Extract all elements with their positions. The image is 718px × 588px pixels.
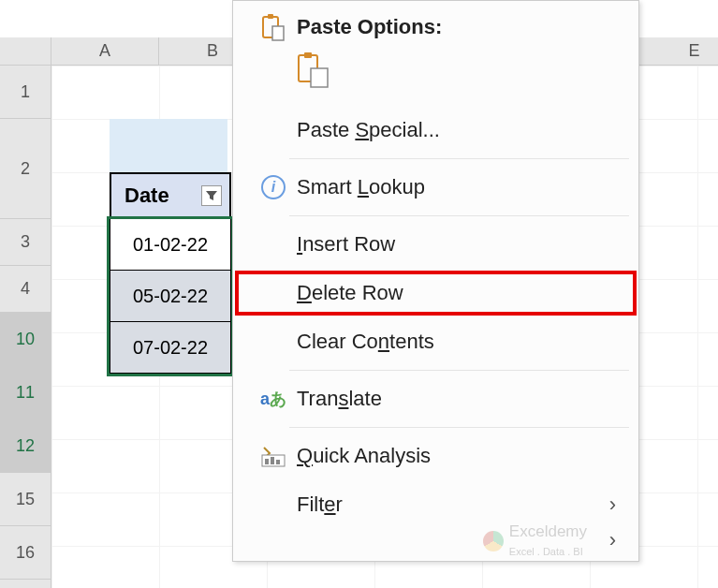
menu-label: Paste Special... — [297, 118, 440, 142]
menu-smart-lookup[interactable]: Smart Lookup — [233, 163, 638, 212]
col-header-a[interactable]: A — [51, 37, 159, 66]
data-table: Date 01-02-22 05-02-22 07-02-22 — [110, 172, 231, 374]
quick-analysis-icon — [250, 444, 297, 468]
translate-icon: aあ — [250, 392, 297, 405]
table-row[interactable]: 05-02-22 — [110, 271, 231, 322]
svg-rect-4 — [304, 52, 312, 58]
menu-delete-row[interactable]: Delete Row — [233, 269, 638, 317]
svg-rect-1 — [268, 14, 273, 19]
row-header-12[interactable]: 12 — [0, 419, 51, 473]
row-header-4[interactable]: 4 — [0, 266, 51, 313]
row-header-2[interactable]: 2 — [0, 119, 51, 219]
row-header-10[interactable]: 10 — [0, 313, 51, 366]
menu-clear-contents[interactable]: Clear Contents — [233, 317, 638, 366]
menu-separator — [289, 370, 629, 371]
paste-option-button[interactable] — [233, 46, 638, 106]
svg-rect-5 — [311, 68, 328, 87]
row-header-1[interactable]: 1 — [0, 66, 51, 119]
clipboard-icon — [250, 13, 297, 41]
menu-label: Clear Contents — [297, 330, 434, 354]
menu-quick-analysis[interactable]: Quick Analysis — [233, 432, 638, 480]
chevron-right-icon: › — [609, 492, 616, 517]
menu-paste-special[interactable]: Paste Special... — [233, 106, 638, 154]
menu-insert-row[interactable]: Insert Row — [233, 220, 638, 269]
context-menu: Paste Options: Paste Special... Smart Lo… — [232, 0, 639, 562]
menu-label: Filter — [297, 492, 343, 517]
smart-lookup-icon — [250, 175, 297, 199]
menu-label: Translate — [297, 387, 382, 411]
table-header-date[interactable]: Date — [110, 172, 231, 219]
select-all-corner[interactable] — [0, 37, 51, 66]
paste-options-header: Paste Options: — [233, 8, 638, 46]
filter-dropdown-icon[interactable] — [201, 185, 222, 206]
menu-translate[interactable]: aあ Translate — [233, 375, 638, 423]
row-header-next[interactable] — [0, 580, 51, 588]
menu-label: Insert Row — [297, 232, 395, 257]
svg-rect-2 — [272, 26, 284, 40]
menu-separator — [289, 158, 629, 159]
col-header-e[interactable]: E — [638, 37, 718, 66]
watermark-line2: Excel . Data . BI — [509, 546, 583, 557]
svg-rect-9 — [276, 460, 280, 464]
row-header-column: 1 2 3 4 10 11 12 15 16 — [0, 66, 51, 588]
menu-separator — [289, 215, 629, 216]
menu-label: Smart Lookup — [297, 175, 425, 199]
row-header-15[interactable]: 15 — [0, 473, 51, 526]
svg-rect-7 — [265, 459, 269, 464]
watermark-logo-icon — [483, 531, 504, 551]
row-header-3[interactable]: 3 — [0, 219, 51, 266]
table-header-label: Date — [125, 184, 169, 208]
table-row[interactable]: 01-02-22 — [110, 219, 231, 271]
svg-rect-8 — [271, 457, 274, 464]
watermark-line1: Exceldemy — [509, 522, 587, 540]
paste-options-label: Paste Options: — [297, 15, 442, 39]
menu-label: Quick Analysis — [297, 444, 431, 468]
row-header-16[interactable]: 16 — [0, 526, 51, 580]
menu-separator — [289, 427, 629, 428]
chevron-right-icon: › — [609, 528, 616, 552]
table-row[interactable]: 07-02-22 — [110, 322, 231, 374]
watermark: Exceldemy Excel . Data . BI — [483, 522, 587, 560]
menu-label: Delete Row — [297, 281, 403, 305]
row-header-11[interactable]: 11 — [0, 366, 51, 419]
